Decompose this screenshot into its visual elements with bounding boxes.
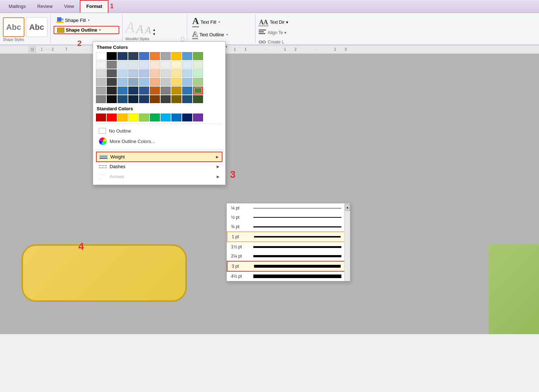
theme-color-cell[interactable]: [96, 69, 106, 77]
theme-color-cell[interactable]: [182, 78, 192, 86]
standard-color-cell[interactable]: [161, 114, 171, 121]
standard-color-cell[interactable]: [182, 114, 192, 121]
theme-color-cell[interactable]: [96, 61, 106, 69]
theme-color-cell[interactable]: [96, 52, 106, 60]
theme-color-cell[interactable]: [161, 61, 171, 69]
standard-color-cell[interactable]: [193, 114, 203, 121]
arrows-item[interactable]: ←—→ Arrows ▶: [96, 171, 222, 182]
standard-color-cell[interactable]: [171, 114, 181, 121]
text-fill-button[interactable]: A Text Fill ▾: [190, 16, 252, 28]
weight-row-item[interactable]: ¾ pt: [227, 222, 350, 231]
theme-color-cell[interactable]: [118, 95, 128, 103]
theme-color-cell[interactable]: [161, 87, 171, 94]
theme-color-cell[interactable]: [193, 78, 203, 86]
theme-color-cell[interactable]: [161, 69, 171, 77]
theme-color-cell[interactable]: [171, 61, 181, 69]
theme-color-cell[interactable]: [171, 87, 181, 94]
weight-item[interactable]: Weight ▶: [96, 152, 222, 162]
weight-row-item[interactable]: ½ pt: [227, 213, 350, 222]
theme-color-cell[interactable]: [193, 61, 203, 69]
theme-color-cell[interactable]: [128, 61, 138, 69]
wordart-scroll[interactable]: ▲ ▼: [153, 28, 156, 36]
theme-color-cell[interactable]: [182, 69, 192, 77]
tab-format[interactable]: Format: [80, 0, 109, 13]
theme-color-cell[interactable]: [96, 87, 106, 94]
weight-row-item[interactable]: 1 pt: [227, 231, 350, 242]
theme-color-cell[interactable]: [139, 87, 149, 94]
yellow-rounded-shape[interactable]: [22, 244, 187, 302]
theme-color-cell[interactable]: [107, 78, 117, 86]
theme-color-cell[interactable]: [150, 69, 160, 77]
theme-color-cell[interactable]: [96, 78, 106, 86]
theme-color-cell[interactable]: [118, 87, 128, 94]
theme-color-cell[interactable]: [107, 87, 117, 94]
theme-color-cell[interactable]: [171, 95, 181, 103]
theme-color-cell[interactable]: [182, 61, 192, 69]
theme-color-cell[interactable]: [182, 52, 192, 60]
theme-color-cell[interactable]: [107, 61, 117, 69]
more-colors-item[interactable]: More Outline Colors...: [96, 135, 222, 147]
theme-color-cell[interactable]: [107, 69, 117, 77]
abc-style-1[interactable]: Abc: [3, 17, 24, 37]
theme-color-cell[interactable]: [193, 52, 203, 60]
tab-mailings[interactable]: Mailings: [3, 0, 32, 13]
theme-color-cell[interactable]: [118, 78, 128, 86]
theme-color-cell[interactable]: [128, 95, 138, 103]
theme-color-cell[interactable]: [150, 61, 160, 69]
theme-color-cell[interactable]: [193, 69, 203, 77]
theme-color-cell[interactable]: [118, 61, 128, 69]
theme-color-cell[interactable]: [150, 78, 160, 86]
theme-color-cell[interactable]: [128, 87, 138, 94]
tab-review[interactable]: Review: [32, 0, 59, 13]
theme-color-cell[interactable]: [139, 61, 149, 69]
theme-color-cell[interactable]: [128, 78, 138, 86]
theme-color-cell[interactable]: [96, 95, 106, 103]
theme-color-cell[interactable]: [150, 95, 160, 103]
theme-color-cell[interactable]: [139, 69, 149, 77]
shape-fill-button[interactable]: Shape Fill ▾: [54, 16, 119, 24]
create-link-button[interactable]: Create L: [258, 38, 288, 46]
standard-color-cell[interactable]: [107, 114, 117, 121]
theme-color-cell[interactable]: [139, 78, 149, 86]
no-outline-item[interactable]: No Outline: [96, 126, 222, 135]
text-dir-button[interactable]: A A Text Dir ▾: [258, 17, 288, 27]
standard-color-cell[interactable]: [150, 114, 160, 121]
theme-color-cell[interactable]: [150, 87, 160, 94]
weight-row-item[interactable]: 2¼ pt: [227, 252, 350, 261]
theme-color-cell[interactable]: [128, 69, 138, 77]
standard-color-cell[interactable]: [118, 114, 128, 121]
standard-color-cell[interactable]: [139, 114, 149, 121]
theme-color-cell[interactable]: [171, 78, 181, 86]
theme-color-cell[interactable]: [193, 95, 203, 103]
green-shape[interactable]: [489, 244, 539, 334]
theme-color-cell[interactable]: [107, 95, 117, 103]
theme-color-cell[interactable]: [139, 95, 149, 103]
theme-color-cell[interactable]: [193, 87, 203, 94]
theme-color-cell[interactable]: [171, 52, 181, 60]
standard-color-cell[interactable]: [128, 114, 138, 121]
theme-color-cell[interactable]: [161, 95, 171, 103]
weight-row-item[interactable]: ¼ pt: [227, 203, 350, 213]
text-outline-button[interactable]: A Text Outline ▾: [190, 29, 252, 40]
theme-color-cell[interactable]: [118, 69, 128, 77]
theme-color-cell[interactable]: [161, 78, 171, 86]
theme-color-cell[interactable]: [182, 95, 192, 103]
align-text-button[interactable]: Align Te ▾: [258, 29, 288, 37]
tab-view[interactable]: View: [58, 0, 80, 13]
theme-color-cell[interactable]: [139, 52, 149, 60]
theme-color-cell[interactable]: [161, 52, 171, 60]
weight-row-item[interactable]: 3 pt: [227, 261, 350, 272]
dashes-item[interactable]: Dashes ▶: [96, 162, 222, 171]
abc-style-2[interactable]: Abc: [26, 17, 47, 37]
weight-popup-scrollbar[interactable]: ▲: [344, 203, 350, 281]
standard-color-cell[interactable]: [96, 114, 106, 121]
weight-row-item[interactable]: 4½ pt: [227, 272, 350, 281]
shape-outline-button[interactable]: Shape Outline ▾: [54, 26, 119, 34]
theme-color-cell[interactable]: [128, 52, 138, 60]
theme-color-cell[interactable]: [150, 52, 160, 60]
theme-color-cell[interactable]: [107, 52, 117, 60]
scroll-up-button[interactable]: ▲: [345, 204, 350, 211]
weight-row-item[interactable]: 1½ pt: [227, 242, 350, 252]
theme-color-cell[interactable]: [171, 69, 181, 77]
theme-color-cell[interactable]: [118, 52, 128, 60]
